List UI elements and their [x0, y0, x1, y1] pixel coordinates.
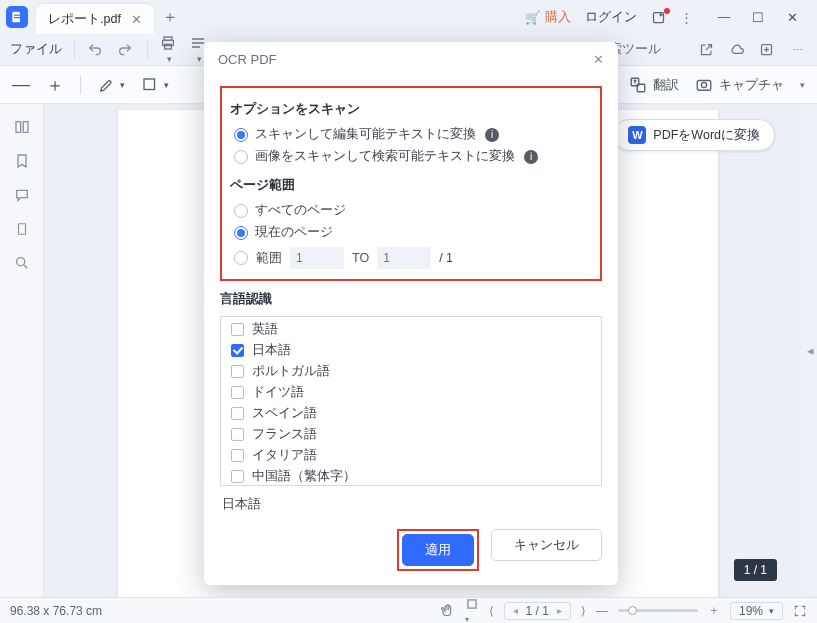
radio-icon	[234, 204, 248, 218]
last-page-icon[interactable]: ⟩	[581, 604, 586, 618]
svg-rect-8	[144, 79, 155, 90]
range-to-input[interactable]	[377, 247, 431, 269]
undo-icon[interactable]	[87, 42, 105, 58]
language-heading: 言語認識	[220, 291, 602, 308]
first-page-icon[interactable]: ⟨	[489, 604, 494, 618]
apply-highlight-box: 適用	[397, 529, 479, 571]
radio-icon	[234, 150, 248, 164]
svg-rect-15	[18, 224, 25, 235]
statusbar: 96.38 x 76.73 cm ▾ ⟨ ◂ 1 / 1 ▸ ⟩ — ＋ 19%…	[0, 597, 817, 623]
zoom-dropdown[interactable]: 19%▾	[730, 602, 783, 620]
search-icon[interactable]	[12, 254, 32, 272]
svg-rect-2	[14, 17, 20, 18]
highlight-tool[interactable]: ▾	[97, 76, 125, 94]
cart-icon: 🛒	[525, 10, 541, 25]
svg-rect-17	[468, 599, 476, 607]
svg-point-16	[16, 258, 24, 266]
highlight-box: オプションをスキャン スキャンして編集可能テキストに変換 i 画像をスキャンして…	[220, 86, 602, 281]
expand-right-handle[interactable]: ◂	[803, 104, 817, 597]
page-nav-text: 1 / 1	[526, 604, 549, 618]
apply-button[interactable]: 適用	[402, 534, 474, 566]
svg-rect-13	[16, 122, 21, 133]
kebab-menu-icon[interactable]: ⋮	[680, 10, 693, 25]
new-tab-button[interactable]: ＋	[162, 7, 178, 28]
notification-dot	[664, 8, 670, 14]
minimize-button[interactable]: —	[707, 2, 741, 32]
convert-to-word-pill[interactable]: W PDFをWordに変換	[613, 119, 775, 151]
login-link[interactable]: ログイン	[585, 9, 637, 26]
comment-icon[interactable]	[12, 186, 32, 204]
radio-range[interactable]: 範囲 TO / 1	[234, 247, 592, 269]
zoom-in-icon[interactable]: ＋	[708, 602, 720, 619]
share-icon[interactable]	[759, 42, 777, 57]
buy-link[interactable]: 🛒 購入	[525, 9, 571, 26]
info-icon[interactable]: i	[485, 128, 499, 142]
radio-icon	[234, 251, 248, 265]
zoom-out-icon[interactable]: —	[596, 604, 608, 618]
lang-item-italian[interactable]: イタリア語	[221, 445, 601, 466]
svg-rect-1	[14, 15, 20, 16]
close-icon[interactable]: ✕	[593, 52, 604, 67]
lang-item-chinese-traditional[interactable]: 中国語（繁体字）	[221, 466, 601, 486]
radio-current-page[interactable]: 現在のページ	[234, 224, 592, 241]
svg-point-12	[701, 82, 706, 87]
fullscreen-icon[interactable]	[793, 604, 807, 618]
titlebar: レポート.pdf ✕ ＋ 🛒 購入 ログイン ⋮ — ☐ ✕	[0, 0, 817, 34]
zoom-slider[interactable]	[618, 609, 698, 612]
fit-dropdown-icon[interactable]: ▾	[465, 597, 479, 624]
print-icon[interactable]: ▾	[160, 35, 178, 65]
attachment-icon[interactable]	[12, 220, 32, 238]
notifications-icon[interactable]	[651, 10, 666, 25]
selected-languages-summary: 日本語	[220, 486, 602, 517]
language-list[interactable]: 英語 日本語 ポルトガル語 ドイツ語 スペイン語 フランス語 イタリア語 中国語…	[220, 316, 602, 486]
range-total: / 1	[439, 251, 453, 265]
zoom-out-button[interactable]: —	[12, 74, 30, 95]
lang-item-french[interactable]: フランス語	[221, 424, 601, 445]
cancel-button[interactable]: キャンセル	[491, 529, 602, 561]
scan-options-heading: オプションをスキャン	[230, 101, 592, 118]
radio-searchable-text[interactable]: 画像をスキャンして検索可能テキストに変換 i	[234, 148, 592, 165]
radio-icon	[234, 226, 248, 240]
app-icon	[6, 6, 28, 28]
translate-button[interactable]: 翻訳	[629, 76, 679, 94]
lang-item-english[interactable]: 英語	[221, 319, 601, 340]
word-icon: W	[628, 126, 646, 144]
toolbar-more-icon[interactable]: ▾	[800, 80, 805, 90]
svg-rect-3	[654, 12, 664, 22]
range-from-input[interactable]	[290, 247, 344, 269]
hand-tool-icon[interactable]	[440, 603, 455, 618]
page-nav-box[interactable]: ◂ 1 / 1 ▸	[504, 602, 571, 620]
lang-item-portuguese[interactable]: ポルトガル語	[221, 361, 601, 382]
lang-item-spanish[interactable]: スペイン語	[221, 403, 601, 424]
zoom-in-button[interactable]: ＋	[46, 73, 64, 97]
tab-title: レポート.pdf	[48, 11, 121, 28]
document-tab[interactable]: レポート.pdf ✕	[36, 4, 154, 34]
radio-editable-text[interactable]: スキャンして編集可能テキストに変換 i	[234, 126, 592, 143]
close-window-button[interactable]: ✕	[775, 2, 809, 32]
cloud-icon[interactable]	[729, 42, 747, 57]
page-dimensions: 96.38 x 76.73 cm	[10, 604, 102, 618]
dialog-title: OCR PDF	[218, 52, 277, 67]
thumbnails-icon[interactable]	[12, 118, 32, 136]
radio-icon	[234, 128, 248, 142]
radio-all-pages[interactable]: すべてのページ	[234, 202, 592, 219]
page-counter-badge: 1 / 1	[734, 559, 777, 581]
lang-item-german[interactable]: ドイツ語	[221, 382, 601, 403]
page-range-heading: ページ範囲	[230, 177, 592, 194]
maximize-button[interactable]: ☐	[741, 2, 775, 32]
ribbon-options-icon[interactable]: ⋯	[789, 44, 807, 55]
lang-item-japanese[interactable]: 日本語	[221, 340, 601, 361]
bookmark-icon[interactable]	[12, 152, 32, 170]
file-menu[interactable]: ファイル	[10, 41, 62, 58]
range-to-label: TO	[352, 251, 369, 265]
info-icon[interactable]: i	[524, 150, 538, 164]
redo-icon[interactable]	[117, 42, 135, 58]
svg-rect-14	[23, 122, 28, 133]
ocr-pdf-dialog: OCR PDF ✕ オプションをスキャン スキャンして編集可能テキストに変換 i…	[204, 42, 618, 585]
select-tool[interactable]: ▾	[141, 76, 169, 94]
close-tab-icon[interactable]: ✕	[131, 12, 142, 27]
left-sidebar	[0, 104, 44, 597]
capture-button[interactable]: キャプチャ	[695, 76, 784, 94]
open-external-icon[interactable]	[699, 42, 717, 57]
